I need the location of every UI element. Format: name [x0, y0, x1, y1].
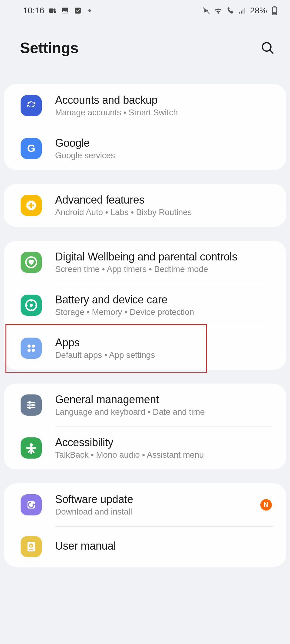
person-icon: [21, 437, 42, 459]
subtitle-part: Download and install: [55, 507, 132, 516]
item-title: Accessibility: [55, 436, 273, 449]
settings-group: Accounts and backupManage accountsSmart …: [4, 84, 286, 170]
item-title: Google: [55, 137, 273, 149]
google-icon: [21, 138, 42, 159]
settings-item-manual[interactable]: User manual: [4, 526, 286, 567]
subtitle-part: Smart Switch: [121, 108, 178, 117]
item-title: Battery and device care: [55, 293, 273, 306]
settings-item-battery[interactable]: Battery and device careStorageMemoryDevi…: [4, 284, 286, 327]
signal-icon: [238, 6, 247, 15]
heart-icon: [21, 252, 42, 273]
page-title: Settings: [20, 39, 78, 57]
subtitle-part: Bixby Routines: [129, 208, 192, 217]
item-text: AccessibilityTalkBackMono audioAssistant…: [55, 436, 273, 460]
item-title: Digital Wellbeing and parental controls: [55, 250, 273, 263]
status-bar: 10:16 28%: [0, 0, 290, 21]
item-title: General management: [55, 393, 273, 406]
svg-rect-6: [241, 11, 242, 14]
item-subtitle: Manage accountsSmart Switch: [55, 108, 273, 117]
item-text: Software updateDownload and install: [55, 493, 260, 517]
update-icon: [21, 494, 42, 515]
subtitle-part: Bedtime mode: [147, 264, 208, 274]
manual-icon: [21, 536, 42, 557]
settings-item-general[interactable]: General managementLanguage and keyboardD…: [4, 384, 286, 427]
item-subtitle: StorageMemoryDevice protection: [55, 307, 273, 317]
item-title: Apps: [55, 336, 273, 349]
battery-pct: 28%: [250, 6, 267, 15]
subtitle-part: App settings: [102, 350, 155, 360]
status-left: 10:16: [23, 6, 91, 15]
settings-item-apps[interactable]: AppsDefault appsApp settings: [4, 327, 286, 370]
sliders-icon: [21, 394, 42, 416]
svg-rect-0: [49, 8, 54, 13]
settings-item-software[interactable]: Software updateDownload and installN: [4, 483, 286, 526]
subtitle-part: Default apps: [55, 350, 102, 360]
item-text: Accounts and backupManage accountsSmart …: [55, 94, 273, 117]
subtitle-part: Manage accounts: [55, 108, 121, 117]
subtitle-part: Android Auto: [55, 208, 103, 217]
subtitle-part: App timers: [100, 264, 147, 274]
svg-rect-8: [244, 8, 245, 13]
item-subtitle: TalkBackMono audioAssistant menu: [55, 450, 273, 460]
subtitle-part: Memory: [84, 307, 122, 317]
svg-point-12: [262, 43, 271, 51]
item-text: GoogleGoogle services: [55, 137, 273, 160]
subtitle-part: Google services: [55, 151, 115, 160]
item-subtitle: Android AutoLabsBixby Routines: [55, 208, 273, 217]
subtitle-part: Screen time: [55, 264, 100, 274]
svg-rect-7: [242, 9, 243, 14]
image-icon: [61, 6, 70, 15]
header: Settings: [0, 21, 290, 84]
notification-badge: N: [260, 499, 272, 511]
item-text: Advanced featuresAndroid AutoLabsBixby R…: [55, 194, 273, 217]
subtitle-part: Mono audio: [88, 450, 140, 459]
subtitle-part: Device protection: [122, 307, 194, 317]
settings-group: Digital Wellbeing and parental controlsS…: [4, 241, 286, 370]
item-title: Advanced features: [55, 194, 273, 206]
settings-group: Advanced featuresAndroid AutoLabsBixby R…: [4, 184, 286, 227]
subtitle-part: Storage: [55, 307, 84, 317]
svg-point-1: [54, 8, 56, 11]
svg-line-13: [270, 50, 273, 54]
settings-group: General managementLanguage and keyboardD…: [4, 384, 286, 469]
more-dot-icon: [88, 9, 91, 12]
grid-icon: [21, 338, 42, 359]
subtitle-part: Language and keyboard: [55, 407, 145, 417]
svg-rect-2: [54, 11, 56, 13]
subtitle-part: Assistant menu: [140, 450, 204, 459]
wifi-icon: [214, 6, 223, 15]
search-icon: [261, 41, 275, 55]
settings-item-advanced[interactable]: Advanced featuresAndroid AutoLabsBixby R…: [4, 184, 286, 227]
item-text: AppsDefault appsApp settings: [55, 336, 273, 360]
vibrate-icon: [202, 6, 211, 15]
subtitle-part: TalkBack: [55, 450, 88, 459]
item-subtitle: Screen timeApp timersBedtime mode: [55, 264, 273, 274]
subtitle-part: Labs: [103, 208, 129, 217]
sync-icon: [21, 95, 42, 116]
teams-icon: [48, 6, 57, 15]
settings-list: Accounts and backupManage accountsSmart …: [0, 84, 290, 567]
item-subtitle: Language and keyboardDate and time: [55, 407, 273, 417]
item-title: User manual: [55, 540, 273, 552]
plus-icon: [21, 195, 42, 216]
check-icon: [73, 6, 82, 15]
svg-rect-11: [273, 12, 276, 14]
settings-item-google[interactable]: GoogleGoogle services: [4, 127, 286, 170]
item-subtitle: Google services: [55, 151, 273, 160]
status-right: 28%: [202, 6, 279, 15]
search-button[interactable]: [259, 39, 277, 57]
settings-group: Software updateDownload and installNUser…: [4, 483, 286, 567]
status-time: 10:16: [23, 6, 44, 15]
subtitle-part: Date and time: [145, 407, 205, 417]
item-text: Battery and device careStorageMemoryDevi…: [55, 293, 273, 317]
battery-icon: [270, 6, 279, 15]
item-title: Software update: [55, 493, 260, 506]
settings-item-accounts[interactable]: Accounts and backupManage accountsSmart …: [4, 84, 286, 127]
svg-rect-5: [239, 12, 240, 13]
settings-item-accessibility[interactable]: AccessibilityTalkBackMono audioAssistant…: [4, 427, 286, 469]
item-text: User manual: [55, 540, 273, 554]
settings-item-wellbeing[interactable]: Digital Wellbeing and parental controlsS…: [4, 241, 286, 284]
item-title: Accounts and backup: [55, 94, 273, 106]
item-text: Digital Wellbeing and parental controlsS…: [55, 250, 273, 274]
item-subtitle: Default appsApp settings: [55, 350, 273, 360]
